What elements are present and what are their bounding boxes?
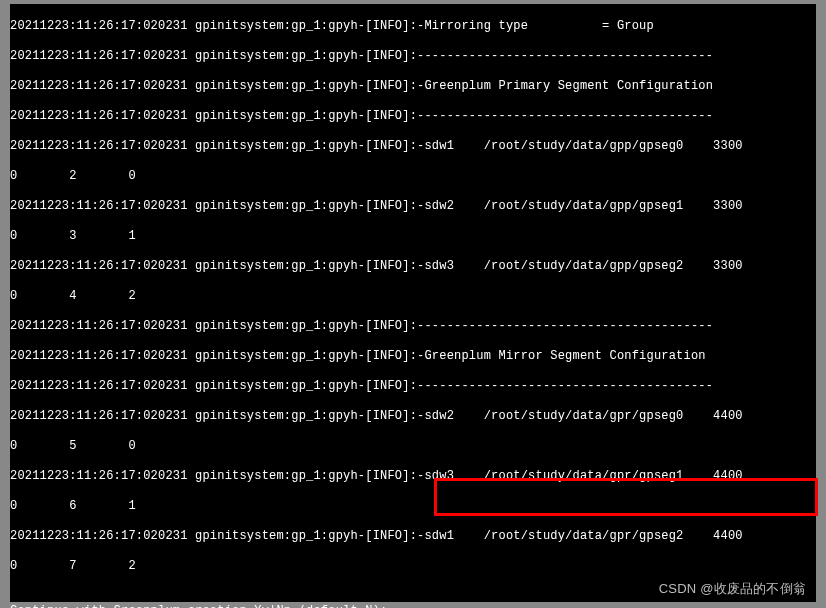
- prompt-line: Continue with Greenplum creation Yy|Nn (…: [10, 604, 816, 608]
- terminal-window[interactable]: 20211223:11:26:17:020231 gpinitsystem:gp…: [10, 4, 816, 602]
- log-line: 20211223:11:26:17:020231 gpinitsystem:gp…: [10, 469, 816, 484]
- log-line: 20211223:11:26:17:020231 gpinitsystem:gp…: [10, 199, 816, 214]
- log-line: 20211223:11:26:17:020231 gpinitsystem:gp…: [10, 19, 816, 34]
- log-line: 20211223:11:26:17:020231 gpinitsystem:gp…: [10, 139, 816, 154]
- log-line: 20211223:11:26:17:020231 gpinitsystem:gp…: [10, 49, 816, 64]
- log-line: 20211223:11:26:17:020231 gpinitsystem:gp…: [10, 349, 816, 364]
- log-line: 20211223:11:26:17:020231 gpinitsystem:gp…: [10, 529, 816, 544]
- log-line: 0 4 2: [10, 289, 816, 304]
- log-line: 20211223:11:26:17:020231 gpinitsystem:gp…: [10, 79, 816, 94]
- log-line: 20211223:11:26:17:020231 gpinitsystem:gp…: [10, 409, 816, 424]
- log-line: 0 3 1: [10, 229, 816, 244]
- log-line: 20211223:11:26:17:020231 gpinitsystem:gp…: [10, 109, 816, 124]
- log-line: 0 2 0: [10, 169, 816, 184]
- log-line: 20211223:11:26:17:020231 gpinitsystem:gp…: [10, 379, 816, 394]
- watermark-text: CSDN @收废品的不倒翁: [659, 581, 806, 596]
- log-line: 0 5 0: [10, 439, 816, 454]
- log-line: 0 6 1: [10, 499, 816, 514]
- log-line: 20211223:11:26:17:020231 gpinitsystem:gp…: [10, 259, 816, 274]
- log-line: 0 7 2: [10, 559, 816, 574]
- log-line: 20211223:11:26:17:020231 gpinitsystem:gp…: [10, 319, 816, 334]
